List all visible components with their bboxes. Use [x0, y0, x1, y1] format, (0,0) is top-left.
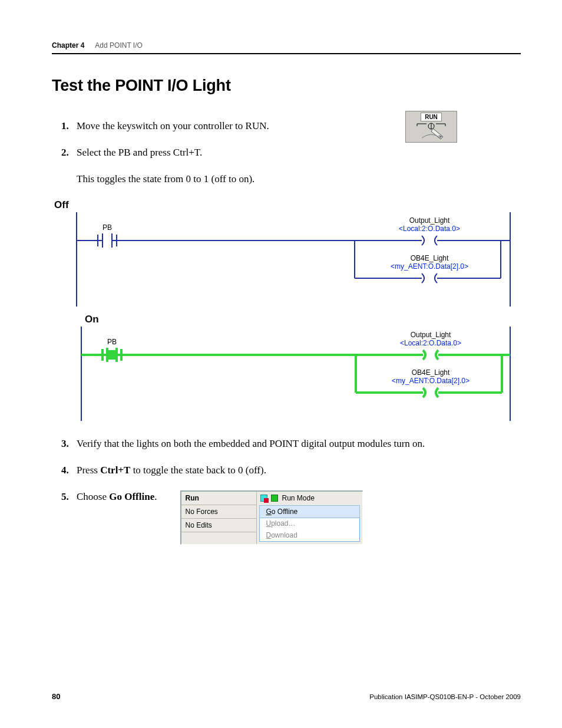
step-list: 1. Move the keyswitch on your controller… [52, 120, 521, 186]
pb-label: PB [107, 338, 117, 346]
step-3: 3. Verify that the lights on both the em… [61, 437, 521, 451]
ladder-off: PB Output_Light <Local:2:O.Data.0> OB4E_… [75, 212, 521, 309]
controller-status-panel: Run No Forces No Edits Run Mode GGo Offl… [180, 490, 363, 545]
status-column: Run No Forces No Edits [181, 492, 257, 545]
output-tag: <my_AENT:O.Data[2].0> [392, 377, 470, 385]
run-mode-label: Run Mode [282, 493, 314, 503]
step-2: 2. Select the PB and press Ctrl+T. This … [61, 146, 521, 186]
step-text: Verify that the lights on both the embed… [77, 438, 425, 449]
output-tag: <Local:2:O.Data.0> [400, 339, 461, 347]
step-1: 1. Move the keyswitch on your controller… [61, 120, 521, 133]
page-header: Chapter 4 Add POINT I/O [52, 41, 521, 54]
step-list-cont: 3. Verify that the lights on both the em… [52, 437, 521, 545]
section-title: Test the POINT I/O Light [52, 77, 521, 95]
chapter-label: Chapter 4 [52, 41, 84, 50]
status-forces: No Forces [181, 505, 256, 519]
step-text: Select the PB and press Ctrl+T. [77, 147, 202, 158]
step-text-pre: Choose [77, 491, 109, 502]
output-tag: <Local:2:O.Data.0> [399, 225, 460, 233]
pb-label: PB [103, 223, 112, 232]
output-name: Output_Light [409, 216, 450, 225]
step-number: 4. [61, 464, 69, 477]
step-text-post: to toggle the state back to 0 (off). [130, 465, 266, 476]
step-text-bold: Ctrl+T [100, 465, 130, 476]
output-name: Output_Light [411, 331, 451, 339]
step-subtext: This toggles the state from 0 to 1 (off … [77, 173, 521, 186]
svg-rect-32 [108, 350, 115, 360]
status-led-icon [260, 495, 267, 502]
step-4: 4. Press Ctrl+T to toggle the state back… [61, 464, 521, 477]
chapter-title: Add POINT I/O [95, 41, 142, 50]
step-number: 1. [61, 120, 69, 133]
output-name: OB4E_Light [411, 254, 449, 262]
page-footer: 80 Publication IASIMP-QS010B-EN-P - Octo… [52, 692, 521, 701]
state-label-on: On [85, 314, 521, 325]
step-text: Move the keyswitch on your controller to… [77, 120, 269, 131]
ladder-on: PB Output_Light <Local:2:O.Data.0> OB4E_… [80, 327, 521, 423]
step-number: 2. [61, 146, 69, 160]
output-name: OB4E_Light [412, 368, 450, 377]
menu-upload[interactable]: Upload…Upload… [260, 518, 359, 529]
menu-go-offline[interactable]: GGo Offlineo Offline [259, 505, 360, 518]
state-label-off: Off [54, 199, 521, 211]
status-edits: No Edits [181, 519, 256, 532]
step-number: 5. [61, 490, 69, 504]
run-led-icon [271, 495, 278, 502]
step-text-pre: Press [77, 465, 100, 476]
controller-menu: GGo Offlineo Offline Upload…Upload… Down… [259, 505, 360, 542]
publication-id: Publication IASIMP-QS010B-EN-P - October… [369, 693, 521, 700]
status-run: Run [181, 492, 256, 505]
step-text-post: . [154, 491, 157, 502]
page-number: 80 [52, 692, 60, 701]
step-text-bold: Go Offline [109, 491, 154, 502]
step-5: 5. Choose Go Offline. Run No Forces No E… [61, 490, 521, 545]
menu-download[interactable]: DownloadDownload [260, 529, 359, 541]
run-mode-row: Run Mode [259, 493, 360, 505]
output-tag: <my_AENT:O.Data[2].0> [391, 262, 468, 271]
step-number: 3. [61, 437, 69, 451]
